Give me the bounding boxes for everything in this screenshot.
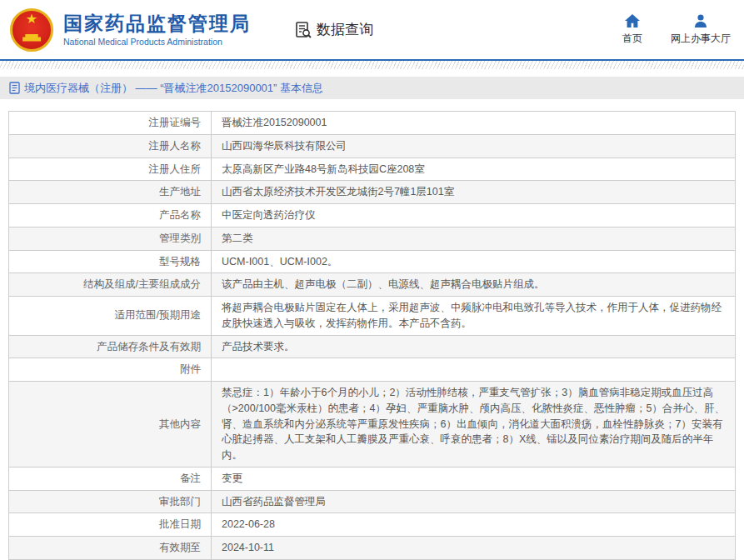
row-value: 山西省太原经济技术开发区龙城街2号7幢1层101室 bbox=[212, 181, 736, 204]
row-value: 第二类 bbox=[212, 227, 736, 250]
row-label: 审批部门 bbox=[9, 490, 212, 513]
row-value: 该产品由主机、超声电极（二副）、电源线、超声耦合电极贴片组成。 bbox=[212, 273, 736, 297]
row-label: 产品名称 bbox=[9, 204, 212, 228]
row-value: 太原高新区产业路48号新岛科技园C座208室 bbox=[212, 158, 736, 181]
online-hall-link[interactable]: 网上办事大厅 bbox=[671, 13, 731, 46]
table-row: 有效期至2024-10-11 bbox=[9, 537, 736, 560]
row-value: 山西四海华辰科技有限公司 bbox=[212, 134, 736, 158]
row-value: 2024-10-11 bbox=[212, 537, 736, 560]
table-row: 批准日期2022-06-28 bbox=[9, 513, 736, 537]
row-label: 备注 bbox=[9, 467, 212, 490]
table-row: 注册人名称山西四海华辰科技有限公司 bbox=[9, 134, 736, 158]
table-row: 审批部门山西省药品监督管理局 bbox=[9, 490, 736, 513]
row-label: 批准日期 bbox=[9, 513, 212, 537]
row-value: 变更 bbox=[212, 467, 736, 490]
row-value bbox=[212, 358, 736, 382]
row-value: 晋械注准20152090001 bbox=[212, 112, 736, 135]
row-label: 管理类别 bbox=[9, 227, 212, 250]
person-icon bbox=[692, 13, 709, 28]
site-title: 国家药品监督管理局 bbox=[63, 12, 251, 34]
row-label: 产品储存条件及有效期 bbox=[9, 335, 212, 358]
row-value: 禁忌症：1）年龄小于6个月的小儿；2）活动性肺结核，严重支气管扩张；3）脑血管病… bbox=[212, 382, 736, 468]
table-row: 管理类别第二类 bbox=[9, 227, 736, 250]
row-label: 适用范围/预期用途 bbox=[9, 297, 212, 336]
home-label: 首页 bbox=[622, 32, 642, 46]
row-label: 附件 bbox=[9, 358, 212, 382]
row-value: 中医定向透药治疗仪 bbox=[212, 204, 736, 228]
emblem-star: ★ bbox=[26, 12, 37, 26]
data-query-label: 数据查询 bbox=[317, 20, 373, 39]
row-label: 结构及组成/主要组成成分 bbox=[9, 273, 212, 297]
data-query-nav[interactable]: 数据查询 bbox=[294, 20, 373, 39]
row-label: 其他内容 bbox=[9, 382, 212, 468]
table-row: 适用范围/预期用途将超声耦合电极贴片固定在人体上，采用超声波、中频脉冲电和电致孔… bbox=[9, 297, 736, 336]
stripe-divider bbox=[0, 61, 744, 69]
table-row: 附件 bbox=[9, 358, 736, 382]
row-label: 注册人住所 bbox=[9, 158, 212, 181]
table-row: 注册证编号晋械注准20152090001 bbox=[9, 112, 736, 135]
row-label: 注册人名称 bbox=[9, 134, 212, 158]
row-label: 有效期至 bbox=[9, 537, 212, 560]
breadcrumb-text: 境内医疗器械（注册） —— “晋械注准20152090001” 基本信息 bbox=[24, 81, 323, 96]
site-header: ★ 国家药品监督管理局 National Medical Products Ad… bbox=[0, 0, 744, 61]
breadcrumb: 境内医疗器械（注册） —— “晋械注准20152090001” 基本信息 bbox=[0, 77, 744, 99]
row-value: 将超声耦合电极贴片固定在人体上，采用超声波、中频脉冲电和电致孔等导入技术，作用于… bbox=[212, 297, 736, 336]
site-title-block: 国家药品监督管理局 National Medical Products Admi… bbox=[63, 12, 251, 46]
table-row: 产品储存条件及有效期产品技术要求。 bbox=[9, 335, 736, 358]
table-row: 产品名称中医定向透药治疗仪 bbox=[9, 204, 736, 228]
online-hall-label: 网上办事大厅 bbox=[671, 32, 731, 46]
table-row: 注册人住所太原高新区产业路48号新岛科技园C座208室 bbox=[9, 158, 736, 181]
table-row: 型号规格UCM-Ⅰ001、UCM-Ⅰ002。 bbox=[9, 250, 736, 273]
row-value: 产品技术要求。 bbox=[212, 335, 736, 358]
nmpa-emblem-icon: ★ bbox=[10, 8, 53, 52]
header-links: 首页 网上办事大厅 bbox=[622, 13, 731, 46]
home-icon bbox=[624, 13, 641, 28]
row-label: 型号规格 bbox=[9, 250, 212, 273]
row-value: UCM-Ⅰ001、UCM-Ⅰ002。 bbox=[212, 250, 736, 273]
row-value: 2022-06-28 bbox=[212, 513, 736, 537]
row-label: 注册证编号 bbox=[9, 112, 212, 135]
table-row: 结构及组成/主要组成成分该产品由主机、超声电极（二副）、电源线、超声耦合电极贴片… bbox=[9, 273, 736, 297]
document-icon bbox=[9, 82, 20, 94]
emblem-gate bbox=[22, 34, 41, 42]
table-row: 备注变更 bbox=[9, 467, 736, 490]
table-row: 生产地址山西省太原经济技术开发区龙城街2号7幢1层101室 bbox=[9, 181, 736, 204]
document-magnifier-icon bbox=[294, 21, 312, 39]
row-label: 生产地址 bbox=[9, 181, 212, 204]
home-link[interactable]: 首页 bbox=[622, 13, 642, 46]
row-value: 山西省药品监督管理局 bbox=[212, 490, 736, 513]
table-row: 其他内容禁忌症：1）年龄小于6个月的小儿；2）活动性肺结核，严重支气管扩张；3）… bbox=[9, 382, 736, 468]
registration-info-table: 注册证编号晋械注准20152090001 注册人名称山西四海华辰科技有限公司 注… bbox=[8, 111, 736, 560]
site-subtitle: National Medical Products Administration bbox=[63, 37, 251, 47]
